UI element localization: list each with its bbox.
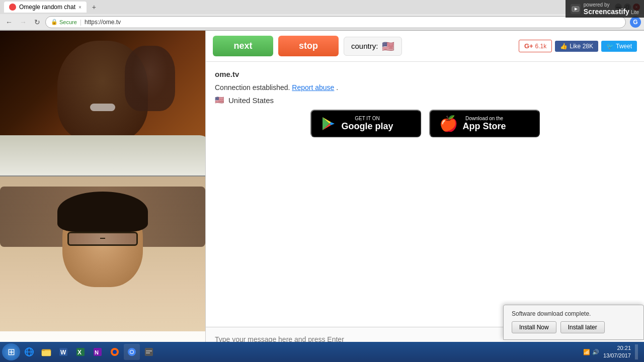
url-text: https://ome.tv [85, 19, 121, 26]
taskbar-chrome-icon[interactable] [124, 344, 140, 360]
secure-badge: 🔒 Secure [51, 19, 77, 25]
chrome-icon[interactable]: G [630, 17, 641, 28]
apple-icon: 🍎 [439, 115, 458, 132]
location-text: United States [228, 96, 274, 105]
forward-button[interactable]: → [17, 16, 29, 28]
taskbar-firefox-icon[interactable] [107, 344, 123, 360]
system-tray: 📶 🔊 [583, 349, 599, 355]
stop-button[interactable]: stop [278, 36, 339, 56]
lock-icon: 🔒 [51, 19, 58, 25]
extensions-area: G [630, 17, 641, 28]
video-person2-bg [0, 176, 205, 361]
app-store-large: App Store [463, 121, 506, 132]
install-now-button[interactable]: Install Now [512, 321, 556, 333]
app-store-text: Download on the App Store [463, 116, 506, 132]
screencastify-subtitle: Lite [631, 10, 639, 15]
new-tab-button[interactable]: + [89, 2, 100, 13]
social-buttons: G+ 6.1k 👍 Like 28K 🐦 Tweet [519, 40, 637, 52]
tray-icon-1: 📶 [583, 349, 590, 355]
report-abuse-link[interactable]: Report abuse [292, 83, 334, 92]
google-play-icon [320, 116, 337, 132]
address-bar[interactable]: 🔒 Secure | https://ome.tv [45, 16, 626, 28]
location-flag: 🇺🇸 [215, 96, 224, 105]
taskbar-excel-icon[interactable]: X [72, 344, 89, 360]
popup-message: Software download complete. [512, 310, 635, 317]
google-play-small: GET IT ON [342, 116, 393, 121]
taskbar-word-icon[interactable]: W [55, 344, 71, 360]
svg-text:N: N [95, 349, 99, 355]
chat-location: 🇺🇸 United States [215, 96, 635, 105]
twitter-icon: 🐦 [606, 43, 614, 50]
title-bar: Omegle random chat × + — □ × [0, 0, 644, 14]
country-flag: 🇺🇸 [382, 40, 394, 52]
google-play-large: Google play [342, 121, 393, 132]
separator: | [80, 19, 82, 26]
nav-bar: ← → ↻ 🔒 Secure | https://ome.tv G [0, 14, 644, 30]
period: . [336, 83, 338, 92]
powered-by-text: powered by [584, 2, 639, 8]
thumbs-up-icon: 👍 [560, 43, 568, 50]
svg-point-21 [130, 350, 133, 353]
site-name: ome.tv [215, 70, 635, 78]
controls-bar: next stop country: 🇺🇸 G+ 6.1k 👍 Like 28K… [206, 31, 644, 62]
like-button[interactable]: 👍 Like 28K [555, 41, 598, 52]
back-button[interactable]: ← [3, 16, 15, 28]
country-label: country: [351, 42, 378, 50]
tab-favicon [9, 4, 16, 11]
tweet-button[interactable]: 🐦 Tweet [601, 41, 637, 52]
show-desktop-button[interactable] [635, 344, 638, 359]
taskbar-right: 📶 🔊 20:21 13/07/2017 [583, 344, 642, 360]
video-stream-2 [0, 176, 205, 361]
taskbar-clock: 20:21 13/07/2017 [603, 344, 631, 360]
screencastify-title: Screencastify [584, 8, 629, 16]
browser-tab[interactable]: Omegle random chat × [4, 2, 87, 13]
country-selector[interactable]: country: 🇺🇸 [344, 37, 402, 56]
svg-text:X: X [77, 349, 82, 356]
tab-title: Omegle random chat [19, 4, 75, 11]
gplus-count: 6.1k [535, 43, 547, 50]
svg-text:W: W [60, 349, 66, 356]
start-button[interactable]: ⊞ [2, 343, 20, 360]
popup-buttons: Install Now Install later [512, 321, 635, 333]
taskbar-onenote-icon[interactable]: N [90, 344, 106, 360]
svg-rect-24 [146, 352, 150, 353]
gplus-button[interactable]: G+ 6.1k [519, 40, 552, 52]
screencastify-logo [571, 4, 581, 14]
clock-date: 13/07/2017 [603, 352, 631, 359]
screencastify-overlay: powered by Screencastify Lite [566, 0, 644, 18]
google-play-button[interactable]: GET IT ON Google play [310, 110, 421, 137]
gplus-icon: G+ [524, 42, 533, 50]
connection-text: Connection established. [215, 83, 290, 92]
taskbar-explorer-icon[interactable] [38, 344, 54, 360]
reload-button[interactable]: ↻ [31, 16, 43, 28]
like-count: Like 28K [570, 43, 593, 50]
tab-close-button[interactable]: × [78, 5, 82, 10]
svg-marker-0 [323, 117, 330, 130]
browser-chrome: Omegle random chat × + — □ × ← → ↻ 🔒 Sec… [0, 0, 644, 31]
install-later-button[interactable]: Install later [560, 321, 605, 333]
taskbar: ⊞ W X N [0, 342, 644, 362]
svg-point-18 [113, 350, 117, 354]
app-store-small: Download on the [463, 116, 506, 121]
taskbar-ie-icon[interactable] [21, 344, 37, 360]
google-play-text: GET IT ON Google play [342, 116, 393, 132]
svg-rect-22 [145, 348, 153, 356]
connection-status: Connection established. Report abuse . [215, 83, 635, 92]
svg-rect-10 [42, 351, 51, 356]
chat-area: ome.tv Connection established. Report ab… [206, 62, 644, 327]
video-top [0, 31, 205, 176]
secure-label: Secure [59, 19, 77, 25]
app-store-button[interactable]: 🍎 Download on the App Store [429, 110, 540, 137]
tweet-label: Tweet [616, 43, 632, 50]
taskbar-app-icon[interactable] [141, 344, 157, 360]
app-store-section: GET IT ON Google play 🍎 Download on the … [215, 105, 635, 145]
next-button[interactable]: next [213, 36, 273, 56]
tray-icon-2: 🔊 [592, 349, 599, 355]
screencastify-text: powered by Screencastify Lite [584, 2, 639, 16]
software-popup: Software download complete. Install Now … [503, 305, 644, 340]
clock-time: 20:21 [603, 344, 631, 352]
video-stream-1 [0, 31, 205, 175]
video-panel [0, 31, 205, 361]
svg-rect-23 [146, 350, 152, 351]
